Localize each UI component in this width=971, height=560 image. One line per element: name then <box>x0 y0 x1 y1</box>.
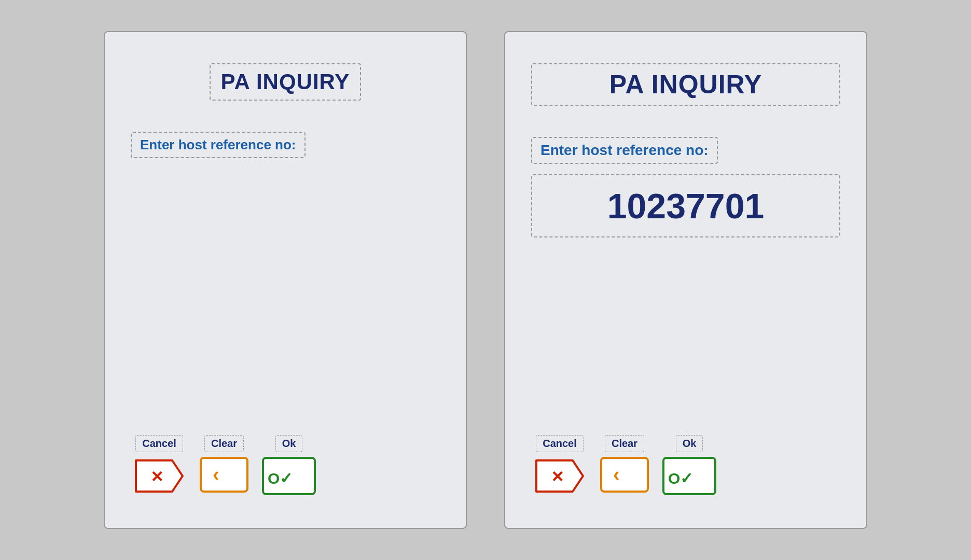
value-box-right: 10237701 <box>531 174 840 237</box>
ok-group-right: Ok O✓ <box>661 435 718 497</box>
label-box-right: Enter host reference no: <box>531 137 718 164</box>
cancel-label-left: Cancel <box>142 438 176 449</box>
ok-label-box-right: Ok <box>676 435 703 452</box>
title-right: PA INQUIRY <box>609 70 762 99</box>
panels-container: PA INQUIRY Enter host reference no: Canc… <box>0 0 971 560</box>
label-right: Enter host reference no: <box>540 142 709 158</box>
svg-text:✕: ✕ <box>551 468 564 485</box>
svg-text:O✓: O✓ <box>268 470 293 487</box>
svg-text:‹: ‹ <box>213 464 219 485</box>
cancel-label-right: Cancel <box>543 438 577 449</box>
clear-button-right[interactable]: ‹ <box>599 455 650 494</box>
ok-group-left: Ok O✓ <box>260 435 317 497</box>
cancel-label-box-right: Cancel <box>536 435 584 452</box>
clear-label-box-right: Clear <box>605 435 644 452</box>
svg-text:✕: ✕ <box>150 468 163 485</box>
title-box-right: PA INQUIRY <box>531 63 840 106</box>
ok-button-right[interactable]: O✓ <box>661 455 718 497</box>
cancel-group-right: Cancel ✕ <box>531 435 588 497</box>
svg-rect-8 <box>601 458 648 492</box>
cancel-button-left[interactable]: ✕ <box>131 455 188 497</box>
svg-text:‹: ‹ <box>613 464 620 485</box>
clear-label-box-left: Clear <box>204 435 244 452</box>
clear-group-right: Clear ‹ <box>599 435 650 494</box>
clear-label-left: Clear <box>211 438 237 449</box>
clear-label-right: Clear <box>612 438 637 449</box>
ok-label-box-left: Ok <box>275 435 303 452</box>
clear-group-left: Clear ‹ <box>198 435 250 494</box>
title-box-left: PA INQUIRY <box>210 63 362 101</box>
panel-right: PA INQUIRY Enter host reference no: 1023… <box>504 31 867 529</box>
cancel-group-left: Cancel ✕ <box>131 435 188 497</box>
panel-left: PA INQUIRY Enter host reference no: Canc… <box>104 31 467 529</box>
spacer-left <box>131 169 440 435</box>
ok-label-left: Ok <box>282 438 296 449</box>
buttons-row-left: Cancel ✕ Clear ‹ <box>131 435 440 497</box>
ok-label-right: Ok <box>683 438 697 449</box>
label-left: Enter host reference no: <box>140 137 296 152</box>
ok-button-left[interactable]: O✓ <box>260 455 317 497</box>
value-right: 10237701 <box>607 186 765 226</box>
svg-rect-2 <box>201 458 247 492</box>
spacer-right <box>531 248 840 435</box>
label-box-left: Enter host reference no: <box>131 132 306 158</box>
cancel-button-right[interactable]: ✕ <box>531 455 588 497</box>
title-left: PA INQUIRY <box>221 69 350 94</box>
clear-button-left[interactable]: ‹ <box>198 455 250 494</box>
cancel-label-box-left: Cancel <box>135 435 183 452</box>
svg-text:O✓: O✓ <box>668 470 693 487</box>
buttons-row-right: Cancel ✕ Clear ‹ <box>531 435 840 497</box>
